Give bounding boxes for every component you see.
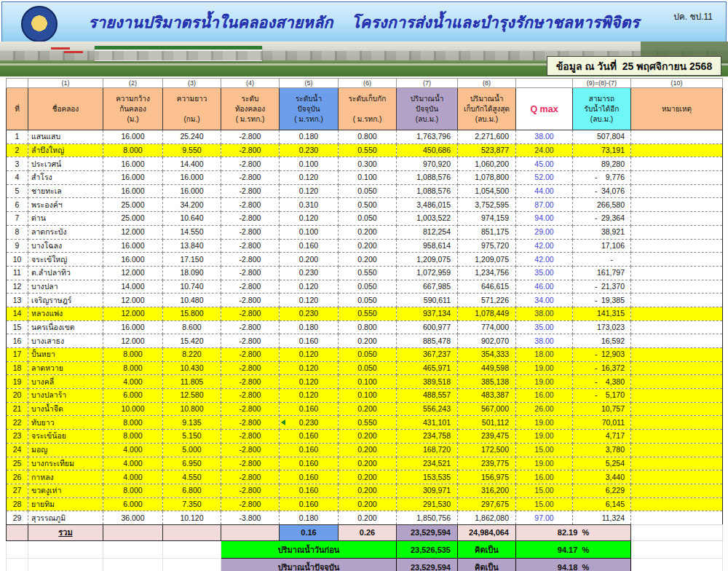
cell-length: 14.400 [163,157,221,171]
cell-length: 7.350 [163,497,221,511]
cell-bottom-width: 8.000 [103,484,163,497]
canal-row: 10จระเข้ใหญ่16.00017.150-2.8000.2000.200… [7,253,723,267]
column-number-label: (2) [103,79,163,88]
cell-bed-level: -2.800 [221,253,280,267]
cell-max-volume: 239,775 [458,457,516,470]
cell-bed-level: -2.800 [221,457,280,470]
cell-qmax: 19.00 [516,375,573,389]
cell-bed-level: -2.800 [221,239,280,253]
cell-length: 10.800 [163,402,221,416]
cell-bottom-width: 16.000 [103,171,163,185]
cell-bed-level: -2.800 [221,157,280,171]
cell-qmax: 38.00 [516,307,573,320]
cell-bottom-width: 12.000 [103,334,163,348]
cell-qmax: 97.00 [516,511,573,525]
cell-remark [631,130,723,144]
cell-qmax: 16.00 [516,389,573,403]
cell-row-number: 29 [7,511,28,525]
cell-max-volume: 354,333 [458,348,516,362]
cell-bottom-width: 12.000 [103,307,163,320]
canal-row: 22ทับยาว8.0009.135-2.8000.2300.550431,10… [7,416,723,430]
cell-length: 10.120 [163,511,221,525]
cell-bottom-width: 16.000 [103,157,163,171]
cell-max-volume: 1,209,075 [458,253,516,267]
cell-canal-name: พระองค์ฯ [28,198,103,212]
total-row: รวม 0.16 0.26 23,529,594 24,984,064 82.1… [7,524,723,540]
cell-row-number: 3 [7,157,28,171]
cell-max-volume: 1,234,756 [458,266,516,280]
cell-length: 4.550 [163,470,221,484]
column-header-maxvol: ปริมาณน้ำเก็บกักได้สูงสุด(ลบ.ม.) [458,88,516,130]
cell-length: 5.000 [163,443,221,457]
summary-percent: 94.18 % [516,559,631,571]
cell-bed-level: -2.800 [221,443,280,457]
cell-canal-name: ลำบึงใหญ่ [28,143,103,157]
total-empty-cell [163,524,221,540]
cell-remaining-capacity: 6,229 [573,484,631,497]
cell-row-number: 16 [7,334,28,348]
cell-current-level: 0.230 [280,266,339,280]
cell-bed-level: -2.800 [221,334,280,348]
cell-bottom-width: 16.000 [103,184,163,198]
cell-qmax: 15.00 [516,484,573,497]
cell-qmax: 35.00 [516,266,573,280]
cell-current-level: 0.180 [280,130,339,144]
cell-current-volume: 1,763,796 [397,130,458,144]
cell-canal-name: บางคลี่ [28,375,103,389]
cell-remark [631,334,723,348]
cell-remark [631,294,723,307]
total-empty-cell [221,524,280,540]
cell-bottom-width: 16.000 [103,253,163,267]
cell-storage-level: 0.200 [339,497,397,511]
comment-marker [281,420,285,425]
cell-remaining-capacity: 161,797 [573,266,631,280]
cell-current-volume: 885,478 [397,334,458,348]
column-header-storage: ระดับเก็บกัก ( ม.รทก.) [339,88,397,130]
cell-current-volume: 3,486,015 [397,198,458,212]
canal-row: 5ชายทะเล16.00016.000-2.8000.1200.0501,08… [7,184,723,198]
canal-row: 28ยายทิม6.0007.350-2.8000.1600.200291,53… [7,497,723,511]
cell-remaining-capacity: -12,903 [573,348,631,362]
cell-storage-level: 0.050 [339,280,397,294]
canal-row: 7ด่าน25.00010.640-2.8000.1200.0501,003,5… [7,212,723,226]
cell-remark [631,402,723,416]
cell-remark [631,198,723,212]
cell-qmax: 87.00 [516,198,573,212]
cell-length: 6.950 [163,457,221,470]
cell-bed-level: -2.800 [221,171,280,185]
cell-canal-name: จระเข้ใหญ่ [28,253,103,267]
cell-bottom-width: 36.000 [103,511,163,525]
cell-remark [631,266,723,280]
cell-current-volume: 556,243 [397,402,458,416]
column-number-label: (3) [163,79,221,88]
cell-remark [631,239,723,253]
cell-current-level: 0.120 [280,171,339,185]
cell-qmax: 16.00 [516,470,573,484]
canal-row: 21บางน้ำจืด10.00010.800-2.8000.1600.2005… [7,402,723,416]
cell-row-number: 24 [7,443,28,457]
cell-storage-level: 0.050 [339,348,397,362]
column-header-bed: ระดับท้องคลอง( ม.รทก.) [221,88,280,130]
cell-current-level: 0.160 [280,443,339,457]
cell-max-volume: 1,078,800 [458,171,516,185]
cell-remaining-capacity: -19,385 [573,294,631,307]
cell-canal-name: หลวงแพ่ง [28,307,103,320]
cell-current-volume: 488,557 [397,389,458,403]
cell-current-level: 0.120 [280,361,339,375]
cell-remark [631,375,723,389]
cell-length: 18.090 [163,266,221,280]
cell-max-volume: 974,159 [458,212,516,226]
cell-row-number: 15 [7,320,28,334]
cell-current-volume: 812,254 [397,225,458,239]
cell-remark [631,416,723,430]
cell-length: 25.240 [163,130,221,144]
cell-current-level: 0.120 [280,348,339,362]
cell-qmax: 26.00 [516,402,573,416]
cell-storage-level: 0.200 [339,225,397,239]
cell-remaining-capacity: 10,757 [573,402,631,416]
cell-storage-level: 0.800 [339,130,397,144]
canal-row: 3ประเวศน์16.00014.400-2.8000.1000.300970… [7,157,723,171]
total-empty-cell [7,524,28,540]
cell-current-level: 0.160 [280,239,339,253]
cell-remaining-capacity: 266,580 [573,198,631,212]
